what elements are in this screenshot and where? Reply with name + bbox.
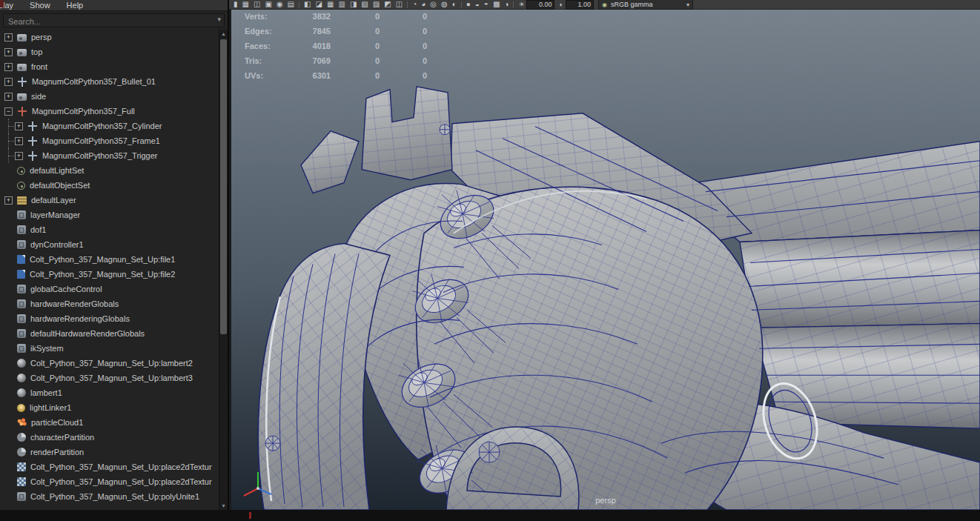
expander-plus-icon[interactable]: + (4, 63, 13, 71)
outliner-row[interactable]: dof1 (0, 222, 219, 237)
transform-red-icon (17, 107, 27, 116)
expander-plus-icon[interactable]: + (15, 152, 23, 160)
frame-all-icon[interactable]: ◔ (412, 0, 417, 9)
outliner-item-label: front (31, 62, 47, 71)
outliner-item-label: globalCacheControl (30, 285, 102, 293)
chevron-down-icon[interactable]: ▾ (217, 16, 221, 23)
gamma-select[interactable]: ◉sRGB gamma▾ (598, 0, 693, 10)
outliner-item-label: Colt_Python_357_Magnun_Set_Up:place2dTex… (30, 477, 212, 486)
outliner-row[interactable]: Colt_Python_357_Magnun_Set_Up:lambert3 (0, 371, 219, 385)
select-camera-icon[interactable]: ▦ (242, 0, 249, 9)
outliner-panel: DisplayShowHelp ▾ +persp+top+front+Magnu… (0, 0, 229, 510)
outliner-item-label: side (31, 92, 46, 101)
expander-minus-icon[interactable]: − (4, 107, 13, 116)
outliner-row[interactable]: +MagnumColtPython357_Trigger (0, 148, 219, 163)
outliner-row[interactable]: hardwareRenderGlobals (0, 296, 219, 311)
safe-title-icon[interactable]: ◫ (396, 0, 403, 9)
outliner-row[interactable]: defaultHardwareRenderGlobals (0, 326, 219, 341)
resolution-gate-icon[interactable]: ◨ (350, 0, 357, 9)
outliner-row[interactable]: +top (0, 44, 219, 59)
outliner-list: +persp+top+front+MagnumColtPython357_Bul… (0, 30, 219, 510)
expander-plus-icon[interactable]: + (4, 93, 13, 101)
outliner-row[interactable]: dynController1 (0, 237, 219, 252)
grid-toggle-icon[interactable]: ▦ (327, 0, 334, 9)
camera-attributes-icon[interactable]: ▣ (265, 0, 271, 9)
hud-c2: 0 (331, 27, 380, 42)
outliner-row[interactable]: −MagnumColtPython357_Full (0, 104, 219, 119)
outliner-row[interactable]: +side (0, 89, 219, 104)
hud-label: Verts: (245, 12, 299, 27)
xray-icon[interactable]: ◍ (441, 0, 448, 9)
multisample-aa-icon[interactable]: ▩ (493, 0, 500, 9)
panel-menu-icon[interactable]: ▮ (234, 0, 238, 9)
outliner-row[interactable]: Colt_Python_357_Magnun_Set_Up:place2dTex… (0, 474, 219, 489)
outliner-row[interactable]: ikSystem (0, 341, 219, 356)
bookmark-icon[interactable]: ◉ (277, 0, 283, 9)
contrast-field[interactable]: 1.00 (566, 0, 594, 10)
wireframe-on-shaded-icon[interactable]: ◐ (452, 0, 457, 9)
film-gate-icon[interactable]: ▥ (338, 0, 345, 9)
outliner-row[interactable]: hardwareRenderingGlobals (0, 311, 219, 326)
outliner-row[interactable]: Colt_Python_357_Magnun_Set_Up:polyUnite1 (0, 489, 219, 504)
pan-zoom-2d-icon[interactable]: ◧ (304, 0, 311, 9)
transform-icon (27, 151, 38, 161)
outliner-row[interactable]: +MagnumColtPython357_Bullet_01 (0, 74, 219, 89)
outliner-row[interactable]: renderPartition (0, 445, 219, 459)
expander-plus-icon[interactable]: + (15, 122, 23, 130)
gate-mask-icon[interactable]: ▧ (361, 0, 368, 9)
contrast-field-icon[interactable]: ◐ (559, 1, 563, 8)
menu-help[interactable]: Help (64, 1, 87, 10)
expander-plus-icon[interactable]: + (15, 137, 23, 145)
menu-show[interactable]: Show (27, 1, 53, 10)
shadows-icon[interactable]: ● (466, 0, 471, 9)
outliner-row[interactable]: +defaultLayer (0, 193, 219, 208)
viewport-toolbar: ▮▦◫▣◉▤◧◪▦▥◨▧▨◩◫◔◕◎◍◐●◒◓▩◑☀0.00◐1.00◉sRGB… (229, 0, 980, 10)
outliner-row[interactable]: +MagnumColtPython357_Frame1 (0, 133, 219, 148)
node-icon (17, 299, 26, 308)
outliner-row[interactable]: globalCacheControl (0, 282, 219, 296)
motion-blur-icon[interactable]: ◓ (484, 0, 489, 9)
frame-selection-icon[interactable]: ◕ (421, 0, 426, 9)
outliner-item-label: ikSystem (30, 344, 64, 353)
lock-camera-icon[interactable]: ◫ (254, 0, 260, 9)
expander-plus-icon[interactable]: + (4, 33, 13, 42)
outliner-row[interactable]: Colt_Python_357_Magnun_Set_Up:place2dTex… (0, 459, 219, 474)
safe-action-icon[interactable]: ◩ (384, 0, 391, 9)
exposure-field[interactable]: 0.00 (526, 0, 554, 10)
set-icon (17, 182, 25, 190)
outliner-row[interactable]: characterPartition (0, 430, 219, 445)
depth-of-field-icon[interactable]: ◑ (504, 0, 509, 9)
scrollbar-thumb[interactable] (220, 39, 227, 334)
grease-pencil-icon[interactable]: ◪ (316, 0, 322, 9)
viewport[interactable]: Verts:383200Edges:784500Faces:401800Tris… (231, 10, 980, 510)
expander-plus-icon[interactable]: + (4, 196, 13, 205)
ambient-occlusion-icon[interactable]: ◒ (475, 0, 480, 9)
outliner-item-label: Colt_Python_357_Magnun_Set_Up:polyUnite1 (30, 492, 199, 501)
toolbar-separator (299, 1, 299, 8)
expander-plus-icon[interactable]: + (4, 48, 13, 56)
scroll-up-icon[interactable]: ▴ (219, 30, 228, 38)
outliner-row[interactable]: lightLinker1 (0, 400, 219, 415)
outliner-row[interactable]: +MagnumColtPython357_Cylinder (0, 119, 219, 133)
outliner-item-label: layerManager (30, 210, 80, 219)
outliner-scrollbar[interactable]: ▴ ▾ (219, 30, 228, 510)
isolate-select-icon[interactable]: ◎ (430, 0, 437, 9)
outliner-row[interactable]: +persp (0, 30, 219, 44)
scroll-down-icon[interactable]: ▾ (219, 502, 228, 510)
field-chart-icon[interactable]: ▨ (373, 0, 380, 9)
outliner-row[interactable]: Colt_Python_357_Magnun_Set_Up:file2 (0, 267, 219, 282)
outliner-row[interactable]: lambert1 (0, 385, 219, 400)
search-input[interactable] (4, 16, 224, 28)
outliner-row[interactable]: +front (0, 59, 219, 74)
exposure-field-icon[interactable]: ☀ (518, 1, 524, 8)
outliner-row[interactable]: particleCloud1 (0, 415, 219, 430)
outliner-row[interactable]: defaultObjectSet (0, 178, 219, 193)
outliner-row[interactable]: layerManager (0, 208, 219, 222)
outliner-row[interactable]: Colt_Python_357_Magnun_Set_Up:lambert2 (0, 356, 219, 371)
image-plane-icon[interactable]: ▤ (288, 0, 294, 9)
outliner-row[interactable]: Colt_Python_357_Magnun_Set_Up:file1 (0, 252, 219, 267)
hud-c2: 0 (331, 71, 380, 86)
hud-c1: 4018 (299, 42, 331, 56)
outliner-row[interactable]: defaultLightSet (0, 163, 219, 178)
expander-plus-icon[interactable]: + (4, 78, 13, 86)
